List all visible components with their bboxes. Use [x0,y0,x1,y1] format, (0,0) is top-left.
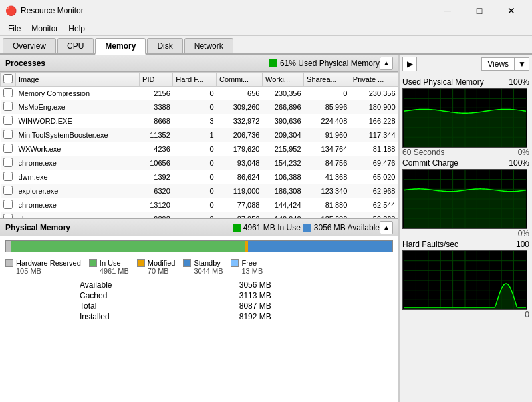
chart-svg [403,170,527,228]
table-row[interactable]: MiniToolSystemBooster.exe 11352 1 206,73… [1,128,398,142]
col-private[interactable]: Private ... [350,73,398,87]
left-panel: Processes 61% Used Physical Memory ▲ Ima… [0,55,399,402]
row-checkbox-cell[interactable] [1,198,16,212]
tab-cpu[interactable]: CPU [57,38,94,53]
table-row[interactable]: WXWork.exe 4236 0 179,620 215,952 134,76… [1,142,398,156]
stat-cached-label: Cached [80,291,234,300]
table-row[interactable]: chrome.exe 10656 0 93,048 154,232 84,756… [1,156,398,170]
row-checkbox[interactable] [3,186,13,195]
tab-overview[interactable]: Overview [3,38,56,53]
tab-memory[interactable]: Memory [95,38,146,55]
process-shared: 224,408 [304,114,350,128]
process-name: dwm.exe [16,170,140,184]
processes-section-header[interactable]: Processes 61% Used Physical Memory ▲ [0,55,398,72]
row-checkbox-cell[interactable] [1,156,16,170]
menu-file[interactable]: File [3,23,26,35]
table-row[interactable]: Memory Compression 2156 0 656 230,356 0 … [1,87,398,100]
row-checkbox-cell[interactable] [1,184,16,198]
memory-inuse-text: 4961 MB In Use [243,223,301,232]
menu-monitor[interactable]: Monitor [26,23,63,35]
nav-button[interactable]: ▶ [402,57,417,71]
row-checkbox-cell[interactable] [1,170,16,184]
process-name: WXWork.exe [16,142,140,156]
col-checkbox[interactable] [1,73,16,87]
chart-title: Used Physical Memory [402,77,484,87]
row-checkbox-cell[interactable] [1,128,16,142]
process-private: 59,368 [350,212,398,219]
process-pid: 6320 [140,184,173,198]
menu-help[interactable]: Help [63,23,90,35]
process-private: 166,228 [350,114,398,128]
menu-bar: File Monitor Help [0,21,532,36]
process-private: 230,356 [350,87,398,100]
processes-table: Image PID Hard F... Commi... Worki... Sh… [0,72,398,218]
row-checkbox-cell[interactable] [1,114,16,128]
process-private: 62,968 [350,184,398,198]
views-button[interactable]: Views [481,57,515,71]
chart-max-label: 100% [509,77,529,87]
col-image[interactable]: Image [16,73,140,87]
process-shared: 84,756 [304,156,350,170]
row-checkbox[interactable] [3,214,13,218]
row-checkbox[interactable] [3,130,13,139]
row-checkbox-cell[interactable] [1,100,16,114]
col-pid[interactable]: PID [140,73,173,87]
table-row[interactable]: MsMpEng.exe 3388 0 309,260 266,896 85,99… [1,100,398,114]
row-checkbox[interactable] [3,172,13,181]
row-checkbox[interactable] [3,102,13,111]
process-working: 186,308 [262,184,303,198]
tab-disk[interactable]: Disk [147,38,182,53]
memory-collapse-btn[interactable]: ▲ [380,221,393,234]
row-checkbox-cell[interactable] [1,212,16,219]
process-commit: 206,736 [217,128,263,142]
legend-row: Free [231,259,257,267]
row-checkbox-cell[interactable] [1,87,16,100]
chart-canvas [402,169,527,229]
maximize-button[interactable]: □ [464,0,495,21]
table-row[interactable]: dwm.exe 1392 0 86,624 106,388 41,368 65,… [1,170,398,184]
table-row[interactable]: WINWORD.EXE 8668 3 332,972 390,636 224,4… [1,114,398,128]
table-row[interactable]: chrome.exe 9393 0 87,956 140,940 135,680… [1,212,398,219]
close-button[interactable]: ✕ [496,0,527,21]
row-checkbox[interactable] [3,200,13,209]
process-pid: 9393 [140,212,173,219]
legend-label: Modified [148,259,176,267]
minimize-button[interactable]: ─ [432,0,463,21]
process-hard: 3 [173,114,217,128]
process-commit: 332,972 [217,114,263,128]
tab-network[interactable]: Network [184,38,233,53]
process-pid: 2156 [140,87,173,100]
row-checkbox[interactable] [3,144,13,153]
memory-section-header[interactable]: Physical Memory 4961 MB In Use 3056 MB A… [0,219,398,236]
col-working[interactable]: Worki... [262,73,303,87]
processes-table-wrapper[interactable]: Image PID Hard F... Commi... Worki... Sh… [0,72,398,218]
col-hard[interactable]: Hard F... [173,73,217,87]
process-pid: 10656 [140,156,173,170]
table-row[interactable]: chrome.exe 13120 0 77,088 144,424 81,880… [1,198,398,212]
process-commit: 656 [217,87,263,100]
table-row[interactable]: explorer.exe 6320 0 119,000 186,308 123,… [1,184,398,198]
views-dropdown-button[interactable]: ▼ [515,57,529,71]
row-checkbox[interactable] [3,158,13,167]
col-shared[interactable]: Sharea... [304,73,350,87]
legend-value: 4961 MB [100,267,129,275]
process-working: 266,896 [262,100,303,114]
process-shared: 135,680 [304,212,350,219]
row-checkbox[interactable] [3,116,13,125]
row-checkbox[interactable] [3,88,13,97]
memory-title: Physical Memory [5,223,227,232]
select-all-checkbox[interactable] [3,74,13,83]
process-name: WINWORD.EXE [16,114,140,128]
process-working: 154,232 [262,156,303,170]
processes-collapse-btn[interactable]: ▲ [380,57,393,70]
process-shared: 85,996 [304,100,350,114]
chart-min-label: 0% [518,229,529,238]
process-pid: 11352 [140,128,173,142]
process-working: 106,388 [262,170,303,184]
process-hard: 0 [173,100,217,114]
memory-bar [5,240,393,252]
row-checkbox-cell[interactable] [1,142,16,156]
process-name: Memory Compression [16,87,140,100]
process-name: chrome.exe [16,198,140,212]
col-commit[interactable]: Commi... [217,73,263,87]
